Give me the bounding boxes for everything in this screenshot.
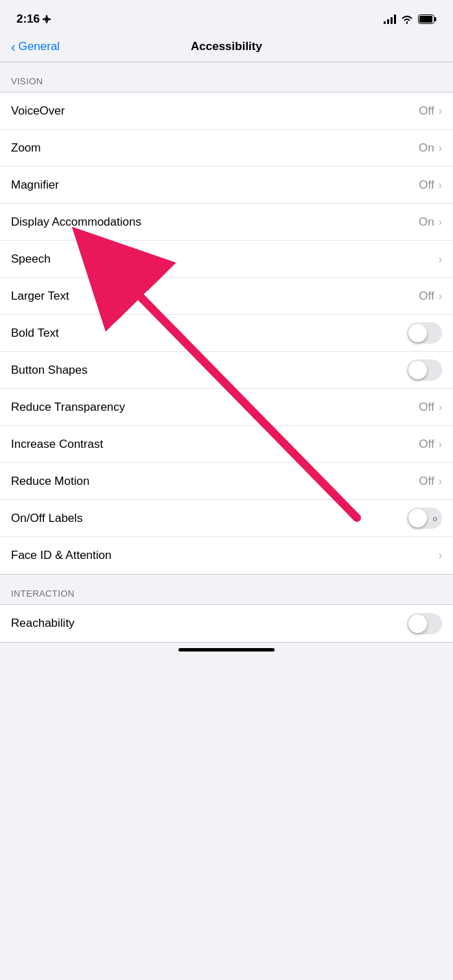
reduce-motion-label: Reduce Motion: [11, 475, 89, 488]
voiceover-label: VoiceOver: [11, 104, 65, 118]
onoff-labels-row[interactable]: On/Off Labels o: [0, 500, 453, 537]
status-time: 2:16: [16, 12, 51, 26]
larger-text-value: Off: [419, 289, 434, 303]
section-header-interaction: INTERACTION: [0, 575, 453, 604]
magnifier-right: Off ›: [419, 178, 442, 192]
back-chevron-icon: ‹: [11, 40, 16, 53]
reduce-motion-row[interactable]: Reduce Motion Off ›: [0, 463, 453, 500]
zoom-label: Zoom: [11, 141, 40, 155]
bold-text-toggle[interactable]: [407, 322, 442, 344]
onoff-labels-label: On/Off Labels: [11, 512, 83, 525]
voiceover-value: Off: [419, 104, 434, 118]
nav-bar: ‹ General Accessibility: [0, 34, 453, 62]
increase-contrast-row[interactable]: Increase Contrast Off ›: [0, 426, 453, 463]
reduce-transparency-value: Off: [419, 401, 434, 414]
svg-rect-1: [434, 17, 437, 21]
button-shapes-toggle[interactable]: [407, 359, 442, 381]
battery-icon: [418, 14, 437, 24]
time-label: 2:16: [16, 12, 40, 26]
voiceover-row[interactable]: VoiceOver Off ›: [0, 93, 453, 130]
reduce-transparency-chevron-icon: ›: [439, 401, 442, 414]
reachability-toggle[interactable]: [407, 613, 442, 634]
increase-contrast-right: Off ›: [419, 438, 442, 451]
vision-group: VoiceOver Off › Zoom On › Magnifier Off …: [0, 92, 453, 575]
increase-contrast-chevron-icon: ›: [439, 438, 442, 451]
bold-text-label: Bold Text: [11, 326, 59, 340]
reduce-transparency-row[interactable]: Reduce Transparency Off ›: [0, 389, 453, 426]
page-title: Accessibility: [191, 40, 262, 53]
face-id-row[interactable]: Face ID & Attention ›: [0, 537, 453, 574]
reduce-transparency-label: Reduce Transparency: [11, 401, 125, 414]
zoom-chevron-icon: ›: [439, 142, 442, 154]
larger-text-label: Larger Text: [11, 289, 69, 303]
zoom-value: On: [419, 141, 434, 155]
reachability-label: Reachability: [11, 617, 75, 630]
face-id-right: ›: [439, 549, 442, 562]
section-header-vision: VISION: [0, 62, 453, 92]
magnifier-label: Magnifier: [11, 178, 59, 192]
button-shapes-toggle-knob: [408, 361, 427, 379]
reduce-motion-right: Off ›: [419, 475, 442, 488]
interaction-group: Reachability: [0, 604, 453, 643]
display-accommodations-right: On ›: [419, 215, 442, 229]
increase-contrast-value: Off: [419, 438, 434, 451]
speech-row[interactable]: Speech ›: [0, 241, 453, 278]
larger-text-row[interactable]: Larger Text Off ›: [0, 278, 453, 315]
back-label: General: [19, 40, 60, 53]
reduce-motion-chevron-icon: ›: [439, 475, 442, 488]
voiceover-chevron-icon: ›: [439, 105, 442, 117]
onoff-labels-toggle-knob: [408, 509, 427, 527]
display-accommodations-row[interactable]: Display Accommodations On ›: [0, 204, 453, 241]
home-indicator: [0, 643, 453, 660]
home-bar: [178, 648, 275, 652]
increase-contrast-label: Increase Contrast: [11, 438, 103, 451]
signal-bars: [384, 14, 396, 24]
face-id-chevron-icon: ›: [439, 549, 442, 562]
button-shapes-label: Button Shapes: [11, 363, 88, 377]
display-accommodations-value: On: [419, 215, 434, 229]
button-shapes-row[interactable]: Button Shapes: [0, 352, 453, 389]
bold-text-row[interactable]: Bold Text: [0, 315, 453, 352]
wifi-icon: [401, 14, 413, 24]
larger-text-chevron-icon: ›: [439, 290, 442, 302]
magnifier-value: Off: [419, 178, 434, 192]
location-icon: [43, 15, 51, 23]
reachability-row[interactable]: Reachability: [0, 605, 453, 642]
reduce-motion-value: Off: [419, 475, 434, 488]
status-bar: 2:16: [0, 0, 453, 34]
status-icons: [384, 14, 437, 24]
onoff-labels-toggle[interactable]: o: [407, 507, 442, 529]
zoom-row[interactable]: Zoom On ›: [0, 130, 453, 167]
bold-text-toggle-knob: [408, 324, 427, 342]
face-id-label: Face ID & Attention: [11, 549, 111, 562]
speech-right: ›: [439, 253, 442, 265]
reduce-transparency-right: Off ›: [419, 401, 442, 414]
display-accommodations-label: Display Accommodations: [11, 215, 141, 229]
settings-content: VISION VoiceOver Off › Zoom On › Magnifi…: [0, 62, 453, 643]
back-button[interactable]: ‹ General: [11, 40, 60, 53]
display-accommodations-chevron-icon: ›: [439, 216, 442, 228]
speech-chevron-icon: ›: [439, 253, 442, 265]
magnifier-chevron-icon: ›: [439, 179, 442, 191]
voiceover-right: Off ›: [419, 104, 442, 118]
zoom-right: On ›: [419, 141, 442, 155]
speech-label: Speech: [11, 252, 51, 266]
reachability-toggle-knob: [408, 614, 427, 633]
magnifier-row[interactable]: Magnifier Off ›: [0, 167, 453, 204]
larger-text-right: Off ›: [419, 289, 442, 303]
svg-rect-2: [419, 16, 432, 23]
